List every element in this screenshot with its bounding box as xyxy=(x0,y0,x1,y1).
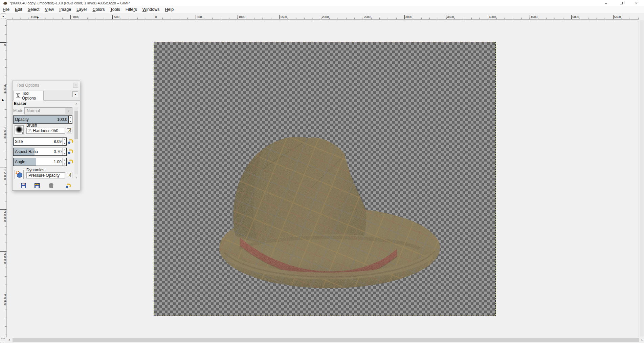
reset-icon xyxy=(68,159,73,165)
horizontal-ruler[interactable]: ▼ -1500-1000-500050010001500200025003000… xyxy=(7,13,639,20)
hruler-label-2500: 2500 xyxy=(363,15,371,19)
aspect-ratio-reset-button[interactable] xyxy=(68,149,73,154)
vruler-label-3000: 3000 xyxy=(0,293,6,306)
hruler-label-1500: 1500 xyxy=(279,15,287,19)
brush-name-field[interactable]: 2. Hardness 050 xyxy=(26,128,65,134)
window-title: *[9600040 copy] (imported)-13.0 (RGB col… xyxy=(9,1,130,5)
canvas-area[interactable] xyxy=(7,20,639,337)
hruler-label-5500: 5500 xyxy=(613,15,621,19)
hruler-label--1000: -1000 xyxy=(70,15,79,19)
save-tool-preset-button[interactable] xyxy=(21,183,27,189)
hruler-label-4000: 4000 xyxy=(488,15,496,19)
tab-tool-options[interactable]: Tool Options xyxy=(13,91,44,101)
save-icon xyxy=(21,183,26,189)
brush-edit-button[interactable] xyxy=(66,127,72,133)
restore-button[interactable] xyxy=(614,0,629,6)
dialog-content: Eraser Mode: Normal ∨ Opacity 100.0 ▲▼ +… xyxy=(13,101,80,182)
dynamics-field[interactable]: Pressure Opacity xyxy=(26,172,65,178)
hruler-label--500: -500 xyxy=(112,15,119,19)
dialog-close-button[interactable]: × xyxy=(73,83,78,88)
horizontal-scrollbar-thumb[interactable] xyxy=(13,338,639,342)
mode-select[interactable]: Normal ∨ xyxy=(24,107,72,114)
size-slider[interactable]: Size 8.09 ▲▼ xyxy=(13,137,67,146)
dialog-scroll-up-icon[interactable]: ∧ xyxy=(74,102,79,107)
dynamics-edit-button[interactable] xyxy=(66,172,72,178)
menu-bar: FileEditSelectViewImageLayerColorsToolsF… xyxy=(0,6,644,13)
size-spinner[interactable]: ▲▼ xyxy=(63,138,66,145)
angle-value: -1.00 xyxy=(52,159,62,164)
menu-edit[interactable]: Edit xyxy=(12,6,25,13)
size-label: Size xyxy=(15,139,23,144)
brush-label: Brush xyxy=(26,123,37,128)
menu-colors[interactable]: Colors xyxy=(90,6,107,13)
brush-section: + Brush 2. Hardness 050 xyxy=(13,125,80,136)
size-reset-button[interactable] xyxy=(68,138,73,144)
menu-image[interactable]: Image xyxy=(57,6,74,13)
ruler-corner-button[interactable]: ▸ xyxy=(1,14,6,19)
vertical-scrollbar-thumb[interactable] xyxy=(640,20,644,337)
mode-label: Mode: xyxy=(13,108,24,113)
reset-tool-options-button[interactable] xyxy=(65,183,71,189)
dialog-scrollbar[interactable]: ∧ ∨ xyxy=(74,102,79,180)
menu-windows[interactable]: Windows xyxy=(140,6,162,13)
edit-pencil-icon xyxy=(66,127,72,133)
horizontal-scrollbar-row: ‹ › xyxy=(0,337,644,343)
dialog-scrollbar-track[interactable] xyxy=(74,107,78,174)
vruler-label-2000: 2000 xyxy=(0,209,6,222)
close-button[interactable]: × xyxy=(629,0,644,6)
restore-tool-preset-button[interactable] xyxy=(34,183,40,189)
quick-mask-toggle[interactable] xyxy=(1,338,5,342)
hruler-label-1000: 1000 xyxy=(238,15,245,19)
scroll-right-arrow[interactable]: › xyxy=(640,337,644,343)
menu-file[interactable]: File xyxy=(0,6,12,13)
angle-reset-button[interactable] xyxy=(68,159,73,165)
reset-icon xyxy=(65,183,71,189)
brush-preview[interactable]: + xyxy=(15,125,24,134)
layer-transparency-checkerboard[interactable] xyxy=(154,42,495,316)
angle-label: Angle xyxy=(15,159,25,164)
dynamics-icon xyxy=(15,170,23,179)
vruler-label-1000: 1000 xyxy=(0,126,6,139)
vertical-scrollbar[interactable] xyxy=(639,20,644,337)
mode-dropdown-icon: ∨ xyxy=(65,108,72,114)
menu-filters[interactable]: Filters xyxy=(123,6,140,13)
aspect-ratio-spinner[interactable]: ▲▼ xyxy=(63,148,66,155)
gimp-wilber-icon xyxy=(3,1,7,5)
vruler-label-0: 0 xyxy=(0,42,6,46)
minimize-button[interactable]: – xyxy=(598,0,614,6)
size-slider-fill xyxy=(14,138,14,145)
menu-layer[interactable]: Layer xyxy=(74,6,90,13)
hruler-label--1500: -1500 xyxy=(29,15,38,19)
hat-image xyxy=(219,137,440,288)
tool-options-dialog: Tool Options × Tool Options ◄ Eraser Mod… xyxy=(12,81,80,191)
hruler-label-2000: 2000 xyxy=(321,15,329,19)
tab-menu-button[interactable]: ◄ xyxy=(72,91,78,97)
scroll-left-arrow[interactable]: ‹ xyxy=(7,337,12,343)
menu-help[interactable]: Help xyxy=(162,6,176,13)
menu-view[interactable]: View xyxy=(42,6,57,13)
menu-tools[interactable]: Tools xyxy=(108,6,123,13)
edit-pencil-icon xyxy=(66,172,72,178)
active-tool-name: Eraser xyxy=(14,101,26,106)
dialog-title[interactable]: Tool Options xyxy=(13,81,80,90)
opacity-spinner[interactable]: ▲▼ xyxy=(68,116,72,123)
dynamics-preview[interactable] xyxy=(15,170,24,179)
dialog-scrollbar-thumb[interactable] xyxy=(74,111,78,139)
dialog-scroll-down-icon[interactable]: ∨ xyxy=(74,176,79,180)
hruler-label-0: 0 xyxy=(154,15,157,19)
hruler-label-3000: 3000 xyxy=(404,15,412,19)
dialog-toolbar xyxy=(13,183,80,190)
vertical-ruler[interactable]: ▶ 050010001500200025003000 xyxy=(0,20,7,337)
angle-spinner[interactable]: ▲▼ xyxy=(63,158,66,166)
vruler-label-1500: 1500 xyxy=(0,168,6,180)
aspect-ratio-slider[interactable]: Aspect Ratio 0.70 ▲▼ xyxy=(13,148,67,156)
delete-tool-preset-button[interactable] xyxy=(48,183,54,189)
trash-icon xyxy=(48,183,54,189)
angle-slider[interactable]: Angle -1.00 ▲▼ xyxy=(13,158,67,166)
hruler-label-5000: 5000 xyxy=(571,15,579,19)
hruler-label-500: 500 xyxy=(196,15,202,19)
menu-select[interactable]: Select xyxy=(25,6,42,13)
vruler-label-500: 500 xyxy=(0,84,6,94)
hruler-label-3500: 3500 xyxy=(446,15,454,19)
opacity-slider[interactable]: Opacity 100.0 ▲▼ xyxy=(13,115,72,124)
